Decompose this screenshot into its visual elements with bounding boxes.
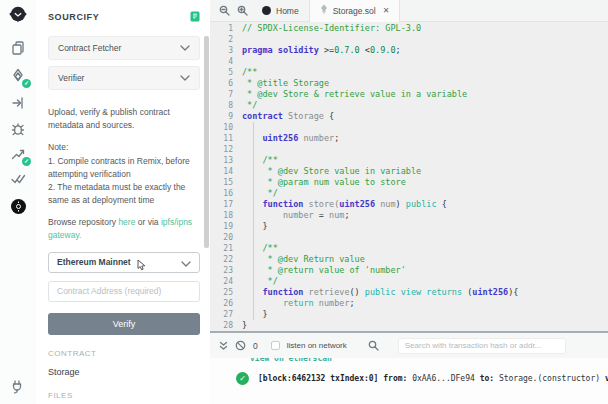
panel-title: SOURCIFY <box>48 12 99 22</box>
verify-button[interactable]: Verify <box>48 313 200 335</box>
note-2: 2. The metadata must be exactly the same… <box>48 181 200 207</box>
panel-description: Upload, verify & publish contract metada… <box>48 106 200 132</box>
code-lines: 1// SPDX-License-Identifier: GPL-3.023pr… <box>210 23 608 331</box>
analysis-success-badge: ✓ <box>22 157 31 166</box>
contract-address-input[interactable] <box>48 281 200 302</box>
chevron-down-icon <box>180 43 190 53</box>
indent-guide <box>253 122 254 320</box>
code-line[interactable]: 26 return number; <box>210 298 608 309</box>
code-line[interactable]: 10 <box>210 122 608 133</box>
sourcify-panel: SOURCIFY Contract Fetcher Verifier Uploa… <box>36 0 210 404</box>
listen-on-network-label: listen on network <box>287 341 347 350</box>
code-line[interactable]: 19 } <box>210 221 608 232</box>
code-line[interactable]: 16 */ <box>210 188 608 199</box>
code-line[interactable]: 4 <box>210 56 608 67</box>
repository-link[interactable]: here <box>118 217 135 227</box>
code-editor[interactable]: 1// SPDX-License-Identifier: GPL-3.023pr… <box>210 22 608 331</box>
solidity-file-icon <box>320 4 328 17</box>
browse-repository-text: Browse repository here or via ipfs/ipns … <box>48 216 200 242</box>
chevron-down-icon <box>180 73 190 83</box>
section-label: Verifier <box>58 73 84 83</box>
documentation-icon[interactable] <box>190 8 200 26</box>
code-line[interactable]: 22 * @dev Return value <box>210 254 608 265</box>
transaction-count: 0 <box>253 341 258 351</box>
code-line[interactable]: 13 /** <box>210 155 608 166</box>
tab-label: Storage.sol <box>333 6 376 16</box>
code-line[interactable]: 2 <box>210 34 608 45</box>
terminal-bar: 0 listen on network <box>210 333 608 358</box>
transaction-row[interactable]: ✓ [block:6462132 txIndex:0] from: 0xAA6.… <box>236 372 608 385</box>
files-label: FILES <box>48 391 200 400</box>
code-line[interactable]: 24 */ <box>210 276 608 287</box>
editor-area: Home Storage.sol ✕ 1// SPDX-License-Iden… <box>210 0 608 404</box>
icon-rail: ✓ ✓ <box>0 0 36 404</box>
tab-home[interactable]: Home <box>252 0 309 22</box>
code-line[interactable]: 20 <box>210 232 608 243</box>
code-line[interactable]: 5/** <box>210 67 608 78</box>
zoom-in-icon[interactable] <box>234 3 250 19</box>
listen-on-network-checkbox[interactable] <box>271 341 280 350</box>
code-line[interactable]: 18 number = num; <box>210 210 608 221</box>
code-line[interactable]: 3pragma solidity >=0.7.0 <0.9.0; <box>210 45 608 56</box>
analysis-icon[interactable]: ✓ <box>8 144 28 164</box>
code-line[interactable]: 21 /** <box>210 243 608 254</box>
remix-logo[interactable] <box>8 5 28 25</box>
deploy-run-icon[interactable] <box>8 93 28 113</box>
terminal-search-input[interactable] <box>398 338 566 354</box>
contract-label: CONTRACT <box>48 349 200 358</box>
terminal-log[interactable]: view on etherscan ✓ [block:6462132 txInd… <box>210 358 608 404</box>
active-plugin-icon[interactable] <box>8 196 28 216</box>
compiler-success-badge: ✓ <box>22 79 31 88</box>
code-line[interactable]: 14 * @dev Store value in variable <box>210 166 608 177</box>
solidity-compiler-icon[interactable]: ✓ <box>8 66 28 86</box>
etherscan-link[interactable]: view on etherscan <box>250 358 332 363</box>
code-line[interactable]: 8 */ <box>210 100 608 111</box>
plugin-manager-icon[interactable] <box>8 376 28 396</box>
remix-home-icon <box>262 6 271 15</box>
network-select[interactable]: Ethereum Mainnet <box>48 252 200 273</box>
note-1: 1. Compile contracts in Remix, before at… <box>48 155 200 181</box>
code-line[interactable]: 12 <box>210 144 608 155</box>
search-icon <box>368 340 379 351</box>
file-explorer-icon[interactable] <box>8 38 28 58</box>
section-label: Contract Fetcher <box>58 43 121 53</box>
code-line[interactable]: 11 uint256 number; <box>210 133 608 144</box>
debugger-icon[interactable] <box>8 119 28 139</box>
sidebar-scrollbar[interactable] <box>204 36 209 248</box>
tab-bar: Home Storage.sol ✕ <box>210 0 608 22</box>
code-line[interactable]: 9contract Storage { <box>210 111 608 122</box>
mouse-cursor <box>137 257 147 275</box>
code-line[interactable]: 7 * @dev Store & retrieve value in a var… <box>210 89 608 100</box>
terminal: 0 listen on network view on etherscan ✓ … <box>210 331 608 404</box>
zoom-out-icon[interactable] <box>216 3 232 19</box>
network-selected-value: Ethereum Mainnet <box>57 257 131 267</box>
code-line[interactable]: 1// SPDX-License-Identifier: GPL-3.0 <box>210 23 608 34</box>
contract-fetcher-section[interactable]: Contract Fetcher <box>48 36 200 60</box>
code-line[interactable]: 17 function store(uint256 num) public { <box>210 199 608 210</box>
code-line[interactable]: 6 * @title Storage <box>210 78 608 89</box>
code-line[interactable]: 28} <box>210 320 608 331</box>
tx-details: [block:6462132 txIndex:0] from: 0xAA6...… <box>258 374 608 383</box>
code-line[interactable]: 27 } <box>210 309 608 320</box>
code-line[interactable]: 25 function retrieve() public view retur… <box>210 287 608 298</box>
sourcify-checks-icon[interactable] <box>8 169 28 189</box>
note-title: Note: <box>48 141 200 154</box>
contract-name: Storage <box>48 367 200 377</box>
chevron-down-icon <box>181 253 191 271</box>
tx-success-icon: ✓ <box>236 372 249 385</box>
clear-console-icon[interactable] <box>235 340 246 351</box>
tab-label: Home <box>276 6 299 16</box>
remix-ide-window: ✓ ✓ <box>0 0 608 404</box>
tab-storage-sol[interactable]: Storage.sol ✕ <box>309 0 401 22</box>
code-line[interactable]: 23 * @return value of 'number' <box>210 265 608 276</box>
close-tab-icon[interactable]: ✕ <box>383 6 390 15</box>
code-line[interactable]: 15 * @param num value to store <box>210 177 608 188</box>
verifier-section[interactable]: Verifier <box>48 66 200 90</box>
expand-terminal-icon[interactable] <box>219 341 228 351</box>
